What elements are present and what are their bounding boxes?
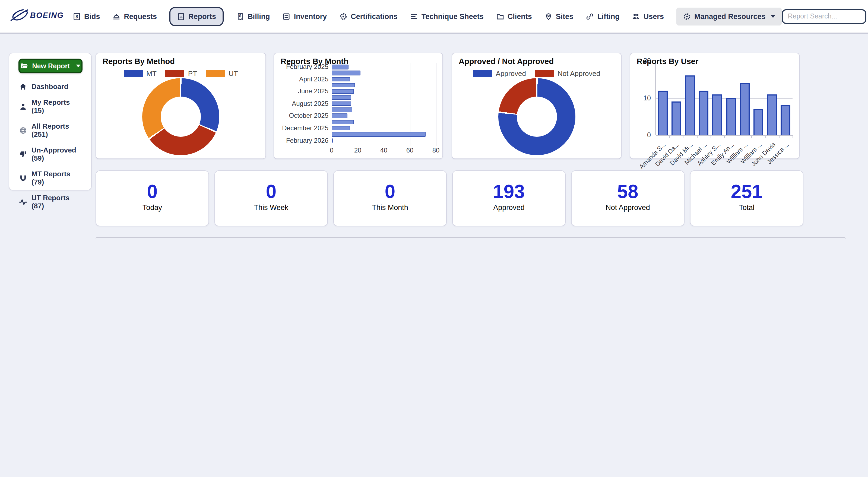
bar-row <box>332 101 436 107</box>
sidebar-item-all-reports[interactable]: All Reports (251) <box>13 118 87 142</box>
bids-icon: $ <box>73 12 81 20</box>
nav-item-managed-resources[interactable]: Managed Resources <box>676 7 782 25</box>
sidebar-item-label: All Reports (251) <box>31 122 82 138</box>
nav-item-inventory[interactable]: Inventory <box>283 12 327 20</box>
user-bar-amanda-s[interactable] <box>658 91 668 135</box>
month-tick-label: June 2025 <box>277 89 329 95</box>
month-x-axis: 020406080 <box>332 147 436 155</box>
x-tick <box>738 135 738 138</box>
sidebar-item-mt-reports[interactable]: MT Reports (79) <box>13 166 87 190</box>
bar-row <box>332 137 436 144</box>
user-bar-david-mi[interactable] <box>685 76 695 135</box>
month-tick-label: February 2026 <box>277 137 329 144</box>
svg-text:$: $ <box>76 14 78 19</box>
sidebar-item-my-reports[interactable]: My Reports (15) <box>13 94 87 118</box>
chart-card-approved: Approved / Not Approved ApprovedNot Appr… <box>452 53 622 159</box>
user-bar-ashley-s[interactable] <box>712 94 722 135</box>
sidebar-item-un-approved[interactable]: Un-Approved (59) <box>13 142 87 166</box>
user-bar-emily-an[interactable] <box>726 98 736 135</box>
user-bar-michael[interactable] <box>699 91 708 135</box>
nav-item-sites[interactable]: Sites <box>545 12 574 20</box>
nav-item-technique-sheets[interactable]: Technique Sheets <box>410 12 484 20</box>
user-bar-jessica[interactable] <box>781 105 790 135</box>
month-bar[interactable] <box>332 101 351 106</box>
month-bar[interactable] <box>332 107 352 112</box>
month-bar[interactable] <box>332 132 426 137</box>
legend-item-not-approved[interactable]: Not Approved <box>535 69 600 77</box>
bar-row <box>332 70 436 76</box>
stat-label: This Week <box>254 203 288 212</box>
new-report-button[interactable]: New Report <box>18 59 82 73</box>
billing-icon: $ <box>236 12 244 20</box>
legend-item-ut[interactable]: UT <box>206 69 238 77</box>
bar-row <box>332 95 436 101</box>
nav-item-lifting[interactable]: Lifting <box>586 12 619 20</box>
svg-text:BOEING: BOEING <box>30 11 64 20</box>
sidebar-item-label: UT Reports (87) <box>31 194 82 210</box>
nav-item-certifications[interactable]: Certifications <box>339 12 398 20</box>
x-tick <box>793 135 793 138</box>
month-bar[interactable] <box>332 138 333 143</box>
donut-hole <box>517 97 557 137</box>
nav-item-bids[interactable]: $Bids <box>73 12 100 20</box>
month-bar[interactable] <box>332 77 350 82</box>
user-bar-william[interactable] <box>740 83 750 135</box>
stat-card-today: 0Today <box>96 170 209 226</box>
chart-title: Reports By Month <box>281 57 348 66</box>
month-tick-label: April 2025 <box>277 76 329 83</box>
chart-card-reports-by-month: Reports By Month February 2025April 2025… <box>274 53 443 159</box>
x-tick <box>669 135 670 138</box>
nav-item-label: Certifications <box>351 12 398 20</box>
stat-value: 251 <box>731 182 763 202</box>
stat-label: Not Approved <box>606 203 650 212</box>
nav-item-reports[interactable]: Reports <box>169 7 224 26</box>
nav-item-clients[interactable]: Clients <box>496 12 532 20</box>
month-bar[interactable] <box>332 95 351 100</box>
month-bar[interactable] <box>332 71 361 75</box>
stat-label: Total <box>739 203 754 212</box>
legend-swatch <box>535 70 554 77</box>
boeing-logo[interactable]: BOEING <box>10 5 65 27</box>
x-tick <box>765 135 766 138</box>
nav-item-billing[interactable]: $Billing <box>236 12 270 20</box>
stat-label: This Month <box>372 203 408 212</box>
stat-label: Approved <box>493 203 525 212</box>
donut-chart-reports-by-method <box>142 78 219 155</box>
stat-value: 0 <box>385 182 396 202</box>
month-bar[interactable] <box>332 89 354 94</box>
legend-swatch <box>206 70 225 77</box>
stat-card-approved: 193Approved <box>452 170 566 226</box>
month-bar[interactable] <box>332 120 354 124</box>
person-icon <box>19 102 27 110</box>
user-bar-john-davis[interactable] <box>767 94 777 135</box>
bar-row <box>332 89 436 95</box>
x-tick <box>779 135 779 138</box>
nav-item-users[interactable]: Users <box>632 12 664 20</box>
legend-item-approved[interactable]: Approved <box>473 69 526 77</box>
sidebar-item-ut-reports[interactable]: UT Reports (87) <box>13 190 87 214</box>
boeing-logo-graphic: BOEING <box>10 5 65 25</box>
search-wrap <box>782 9 867 24</box>
report-search-input[interactable] <box>782 9 867 24</box>
x-tick-label: 40 <box>380 147 388 154</box>
user-bar-david-da[interactable] <box>672 102 681 135</box>
nav-item-requests[interactable]: Requests <box>113 12 157 20</box>
user-bar-william[interactable] <box>753 109 763 135</box>
nav-item-label: Clients <box>507 12 532 20</box>
month-bar[interactable] <box>332 114 347 118</box>
chart-card-reports-by-method: Reports By Method MTPTUT <box>96 53 266 159</box>
reports-icon <box>177 12 185 20</box>
bar-row <box>332 132 436 138</box>
legend-item-pt[interactable]: PT <box>165 69 197 77</box>
user-bars-plot <box>655 61 793 135</box>
stat-card-this-month: 0This Month <box>333 170 447 226</box>
month-bar[interactable] <box>332 83 355 88</box>
sidebar-item-label: Un-Approved (59) <box>31 146 82 162</box>
legend-swatch <box>124 70 143 77</box>
legend-item-mt[interactable]: MT <box>124 69 157 77</box>
sidebar-item-dashboard[interactable]: Dashboard <box>13 79 87 94</box>
month-tick-label: August 2025 <box>277 101 329 107</box>
month-bar[interactable] <box>332 126 350 130</box>
navbar: BOEING $BidsRequestsReports$BillingInven… <box>0 0 868 34</box>
sidebar-item-label: Dashboard <box>31 83 68 91</box>
